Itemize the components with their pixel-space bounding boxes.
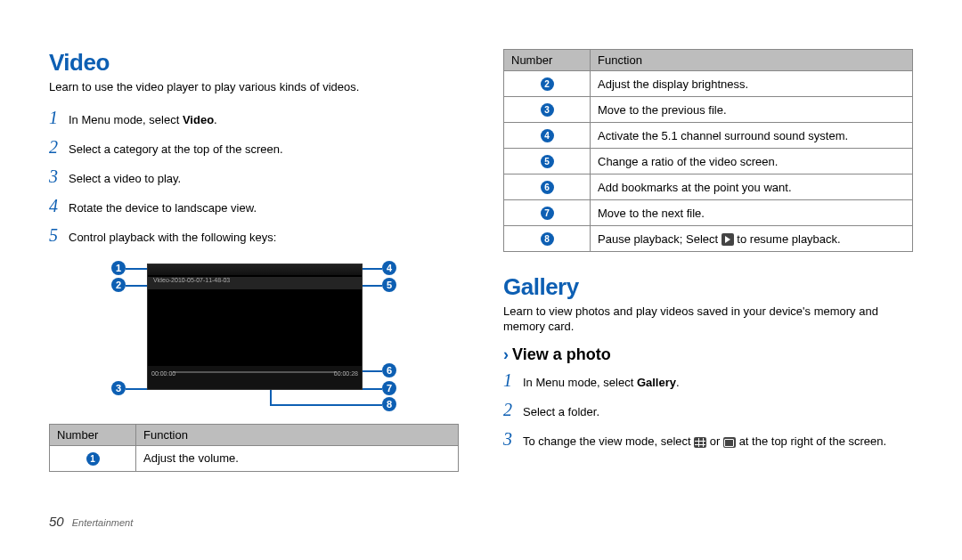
row-number-icon: 4 — [541, 129, 554, 142]
stack-view-icon — [723, 437, 736, 448]
table-row: 1 Adjust the volume. — [50, 445, 459, 471]
play-icon — [722, 233, 734, 246]
row-function-text: Move to the previous file. — [591, 97, 913, 123]
step-number: 2 — [49, 135, 69, 159]
video-intro: Learn to use the video player to play va… — [49, 80, 459, 95]
row-number-icon: 6 — [541, 181, 554, 194]
gallery-intro: Learn to view photos and play videos sav… — [503, 304, 913, 335]
video-steps: 1 In Menu mode, select Video. 2 Select a… — [49, 106, 459, 248]
gallery-heading: Gallery — [503, 273, 913, 301]
callout-8-icon: 8 — [382, 397, 396, 411]
gallery-steps: 1 In Menu mode, select Gallery. 2 Select… — [503, 369, 913, 451]
table-row: 4 Activate the 5.1 channel surround soun… — [504, 123, 913, 149]
row-function-text: Add bookmarks at the point you want. — [591, 174, 913, 200]
figure-filename: Video-2010-05-07-11-48-03 — [153, 277, 230, 283]
grid-view-icon — [694, 437, 706, 448]
row-number-icon: 1 — [86, 452, 100, 466]
row-number-icon: 3 — [541, 103, 554, 117]
callout-2-icon: 2 — [111, 278, 126, 292]
figure-time-right: 00:00:28 — [334, 370, 358, 377]
step-number: 5 — [49, 223, 69, 248]
table-row: 5 Change a ratio of the video screen. — [504, 149, 913, 174]
step-text: In Menu mode, select Video. — [69, 112, 459, 128]
video-heading: Video — [49, 49, 459, 77]
step-number: 1 — [503, 369, 523, 393]
chapter-name: Entertainment — [72, 517, 133, 528]
table-header-function: Function — [136, 424, 459, 445]
step-number: 3 — [49, 165, 69, 189]
row-number-icon: 5 — [541, 155, 554, 168]
table-row: 7 Move to the next file. — [504, 200, 913, 226]
video-player-screenshot: Video-2010-05-07-11-48-03 00:00:00 00:00… — [147, 264, 363, 390]
callout-3-icon: 3 — [111, 381, 126, 395]
callout-1-icon: 1 — [111, 261, 126, 275]
step-number: 2 — [503, 398, 523, 422]
row-number-icon: 8 — [541, 232, 554, 246]
right-column: Number Function 2 Adjust the display bri… — [503, 49, 913, 472]
row-function-text: Pause playback; Select to resume playbac… — [591, 226, 913, 252]
step-text: Select a category at the top of the scre… — [69, 142, 459, 158]
row-function-text: Adjust the volume. — [136, 445, 459, 471]
callout-7-icon: 7 — [382, 381, 396, 395]
step-number: 3 — [503, 427, 523, 451]
left-column: Video Learn to use the video player to p… — [49, 49, 459, 472]
step-number: 4 — [49, 194, 69, 218]
step-text: In Menu mode, select Gallery. — [523, 375, 913, 391]
function-table-left: Number Function 1 Adjust the volume. — [49, 424, 459, 472]
row-function-text: Activate the 5.1 channel surround sound … — [591, 123, 913, 149]
step-text: To change the view mode, select or at th… — [523, 434, 913, 450]
callout-6-icon: 6 — [382, 363, 396, 377]
step-text: Select a folder. — [523, 404, 913, 420]
page-number: 50 — [49, 514, 64, 529]
row-function-text: Move to the next file. — [591, 200, 913, 226]
table-row: 8 Pause playback; Select to resume playb… — [504, 226, 913, 252]
table-header-number: Number — [504, 50, 591, 71]
view-photo-subheading: ›View a photo — [503, 345, 913, 364]
chevron-icon: › — [503, 345, 509, 363]
page-footer: 50 Entertainment — [49, 514, 133, 529]
step-number: 1 — [49, 106, 69, 130]
table-row: 2 Adjust the display brightness. — [504, 71, 913, 97]
table-header-number: Number — [50, 424, 136, 445]
table-row: 3 Move to the previous file. — [504, 97, 913, 123]
figure-time-left: 00:00:00 — [151, 370, 175, 377]
table-header-function: Function — [591, 50, 913, 71]
row-function-text: Change a ratio of the video screen. — [591, 149, 913, 174]
callout-5-icon: 5 — [382, 278, 396, 292]
row-function-text: Adjust the display brightness. — [591, 71, 913, 97]
step-text: Rotate the device to landscape view. — [69, 200, 459, 216]
function-table-right: Number Function 2 Adjust the display bri… — [503, 49, 913, 252]
video-player-figure: Video-2010-05-07-11-48-03 00:00:00 00:00… — [111, 255, 396, 415]
step-text: Select a video to play. — [69, 171, 459, 187]
row-number-icon: 7 — [541, 207, 554, 220]
table-row: 6 Add bookmarks at the point you want. — [504, 174, 913, 200]
step-text: Control playback with the following keys… — [69, 230, 459, 246]
callout-4-icon: 4 — [382, 261, 396, 275]
row-number-icon: 2 — [541, 77, 554, 91]
